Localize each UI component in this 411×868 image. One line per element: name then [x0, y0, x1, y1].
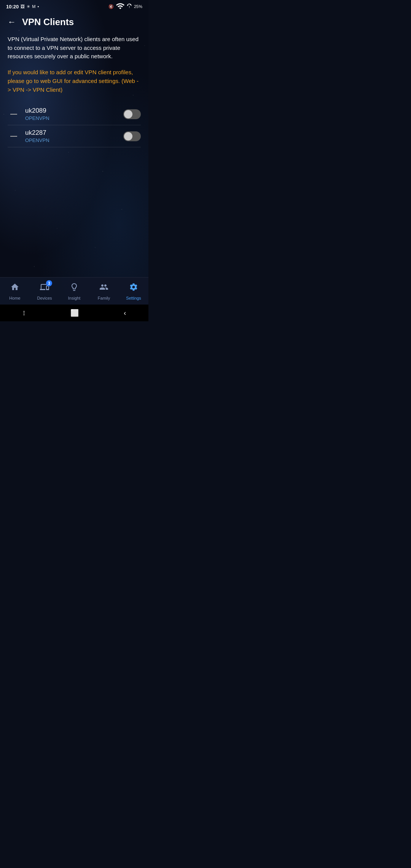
nav-item-devices[interactable]: 3 Devices — [30, 282, 59, 300]
vpn-type-2: OPENVPN — [25, 137, 123, 143]
mute-icon: 🔇 — [108, 4, 114, 9]
dot-icon: • — [37, 4, 39, 9]
signal-icon — [127, 3, 132, 10]
nav-label-devices: Devices — [37, 296, 52, 300]
bottom-navigation: Home 3 Devices Insight Family — [0, 277, 148, 305]
status-bar: 10:20 🖼 ✳ M • 🔇 25% — [0, 0, 148, 12]
nav-label-settings: Settings — [126, 296, 141, 300]
mail-icon: M — [32, 4, 35, 9]
back-button[interactable]: ← — [8, 18, 16, 26]
vpn-name-2: uk2287 — [25, 129, 123, 137]
fan-icon: ✳ — [27, 4, 30, 9]
nav-label-home: Home — [9, 296, 20, 300]
vpn-minus-icon-2 — [10, 136, 17, 137]
vpn-toggle-2[interactable] — [123, 131, 141, 141]
sys-nav-back[interactable]: ‹ — [124, 309, 126, 317]
wifi-icon — [116, 2, 125, 11]
battery-text: 25% — [134, 4, 142, 9]
vpn-name-1: uk2089 — [25, 107, 123, 115]
nav-item-home[interactable]: Home — [0, 282, 30, 300]
system-navigation: ⫶ ⬜ ‹ — [0, 305, 148, 321]
vpn-item-1: uk2089 OPENVPN — [8, 103, 141, 125]
family-icon — [99, 282, 108, 294]
nav-item-settings[interactable]: Settings — [119, 282, 148, 300]
home-icon — [10, 282, 19, 294]
vpn-icon-2 — [8, 136, 20, 137]
vpn-info-2: uk2287 OPENVPN — [25, 129, 123, 143]
nav-label-insight: Insight — [68, 296, 80, 300]
nav-item-family[interactable]: Family — [89, 282, 119, 300]
vpn-icon-1 — [8, 114, 20, 115]
vpn-item-2: uk2287 OPENVPN — [8, 125, 141, 147]
gallery-icon: 🖼 — [21, 4, 25, 9]
sys-nav-recent[interactable]: ⫶ — [22, 309, 26, 317]
page-header: ← VPN Clients — [8, 17, 141, 27]
main-content: ← VPN Clients VPN (Virtual Private Netwo… — [0, 12, 148, 152]
warning-text: If you would like to add or edit VPN cli… — [8, 68, 141, 94]
sys-nav-home[interactable]: ⬜ — [70, 309, 79, 317]
nav-label-family: Family — [98, 296, 110, 300]
vpn-type-1: OPENVPN — [25, 115, 123, 121]
vpn-minus-icon-1 — [10, 114, 17, 115]
description-text: VPN (Virtual Private Network) clients ar… — [8, 35, 141, 61]
vpn-toggle-1[interactable] — [123, 109, 141, 119]
page-title: VPN Clients — [22, 17, 74, 27]
insight-icon — [70, 282, 79, 294]
status-time: 10:20 — [6, 4, 19, 10]
devices-badge: 3 — [46, 280, 52, 286]
vpn-info-1: uk2089 OPENVPN — [25, 107, 123, 121]
devices-icon: 3 — [40, 282, 49, 294]
settings-icon — [129, 282, 138, 294]
nav-item-insight[interactable]: Insight — [59, 282, 89, 300]
